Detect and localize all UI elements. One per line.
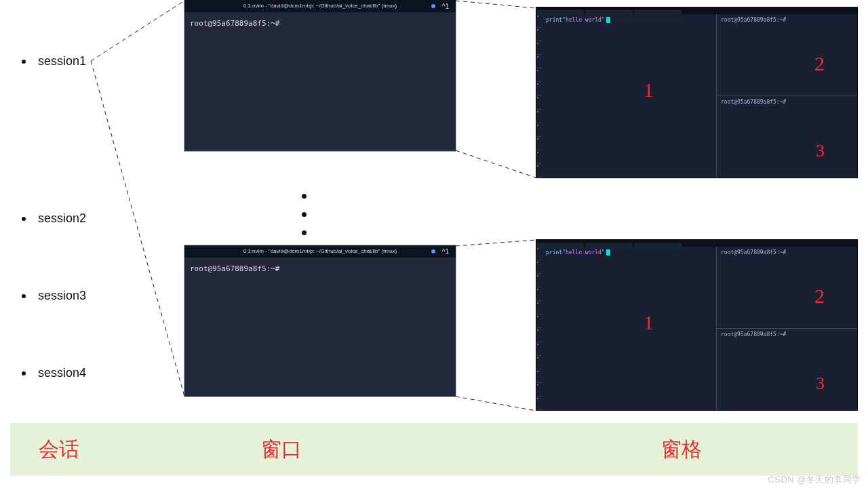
editor-gutter bbox=[536, 14, 542, 178]
legend-pane: 窗格 bbox=[661, 436, 702, 464]
status-dot-icon bbox=[431, 4, 435, 8]
session-item-2: session2 bbox=[22, 211, 86, 226]
session-label: session3 bbox=[38, 289, 86, 303]
code-string: "hello world" bbox=[562, 249, 605, 256]
session-label: session2 bbox=[38, 211, 86, 226]
terminal-window-top: 0:1:nvim - "david@dcm1mbp: ~/Github/ai_v… bbox=[184, 0, 456, 151]
pane-number-1: 1 bbox=[644, 79, 654, 102]
terminal-titlebar: 0:1:nvim - "david@dcm1mbp: ~/Github/ai_v… bbox=[184, 245, 456, 258]
terminal-body: root@95a67889a8f5:~# bbox=[184, 12, 456, 35]
bullet-icon bbox=[22, 294, 26, 298]
pane-1: print"hello world" 1 bbox=[542, 14, 717, 178]
pane-3: root@95a67889a8f5:~# 3 bbox=[717, 329, 857, 410]
pane-number-3: 3 bbox=[816, 373, 825, 394]
pane-number-2: 2 bbox=[814, 285, 825, 308]
terminal-title-text: 0:1:nvim - "david@dcm1mbp: ~/Github/ai_v… bbox=[243, 248, 397, 254]
pane-2: root@95a67889a8f5:~# 2 bbox=[717, 247, 857, 329]
svg-line-0 bbox=[91, 1, 184, 61]
code-keyword: print bbox=[546, 249, 562, 256]
bullet-icon bbox=[22, 217, 26, 221]
svg-line-4 bbox=[456, 240, 536, 246]
code-keyword: print bbox=[546, 17, 562, 23]
pane-number-1: 1 bbox=[644, 311, 654, 334]
svg-line-1 bbox=[91, 61, 184, 396]
session-label: session4 bbox=[38, 366, 86, 380]
legend-window: 窗口 bbox=[261, 436, 302, 464]
title-suffix: ^1 bbox=[442, 1, 449, 12]
cursor-icon bbox=[606, 249, 610, 256]
pane-1: print"hello world" 1 bbox=[542, 247, 717, 410]
svg-line-5 bbox=[456, 396, 536, 411]
pane-3: root@95a67889a8f5:~# 3 bbox=[717, 96, 857, 178]
terminal-title-text: 0:1:nvim - "david@dcm1mbp: ~/Github/ai_v… bbox=[243, 3, 397, 9]
editor-gutter bbox=[536, 247, 542, 410]
pane-tabbar bbox=[536, 240, 857, 247]
shell-prompt: root@95a67889a8f5:~# bbox=[721, 331, 786, 338]
session-item-3: session3 bbox=[22, 289, 86, 303]
svg-line-3 bbox=[456, 150, 536, 178]
terminal-body: root@95a67889a8f5:~# bbox=[184, 258, 456, 280]
svg-line-2 bbox=[456, 1, 536, 8]
pane-layout-top: print"hello world" 1 root@95a67889a8f5:~… bbox=[536, 7, 858, 178]
title-suffix: ^1 bbox=[442, 246, 449, 258]
shell-prompt: root@95a67889a8f5:~# bbox=[721, 17, 786, 23]
pane-layout-bottom: print"hello world" 1 root@95a67889a8f5:~… bbox=[536, 239, 858, 411]
code-string: "hello world" bbox=[562, 17, 605, 23]
footer-legend: 会话 窗口 窗格 bbox=[10, 423, 858, 476]
terminal-titlebar: 0:1:nvim - "david@dcm1mbp: ~/Github/ai_v… bbox=[184, 0, 456, 12]
session-item-4: session4 bbox=[22, 366, 86, 380]
shell-prompt: root@95a67889a8f5:~# bbox=[190, 19, 279, 28]
session-label: session1 bbox=[38, 54, 86, 68]
status-dot-icon bbox=[431, 249, 435, 253]
pane-number-2: 2 bbox=[814, 52, 825, 75]
bullet-icon bbox=[22, 371, 26, 375]
bullet-icon bbox=[22, 60, 26, 64]
watermark: CSDN @冬天的李同学 bbox=[768, 474, 861, 486]
pane-tabbar bbox=[536, 7, 857, 14]
pane-number-3: 3 bbox=[816, 141, 825, 161]
cursor-icon bbox=[606, 17, 610, 23]
shell-prompt: root@95a67889a8f5:~# bbox=[721, 99, 786, 105]
legend-session: 会话 bbox=[39, 436, 79, 464]
vertical-ellipsis-icon bbox=[302, 180, 307, 249]
terminal-window-bottom: 0:1:nvim - "david@dcm1mbp: ~/Github/ai_v… bbox=[184, 245, 456, 396]
shell-prompt: root@95a67889a8f5:~# bbox=[721, 249, 786, 256]
pane-2: root@95a67889a8f5:~# 2 bbox=[717, 14, 857, 96]
shell-prompt: root@95a67889a8f5:~# bbox=[190, 264, 279, 273]
session-item-1: session1 bbox=[22, 54, 86, 68]
